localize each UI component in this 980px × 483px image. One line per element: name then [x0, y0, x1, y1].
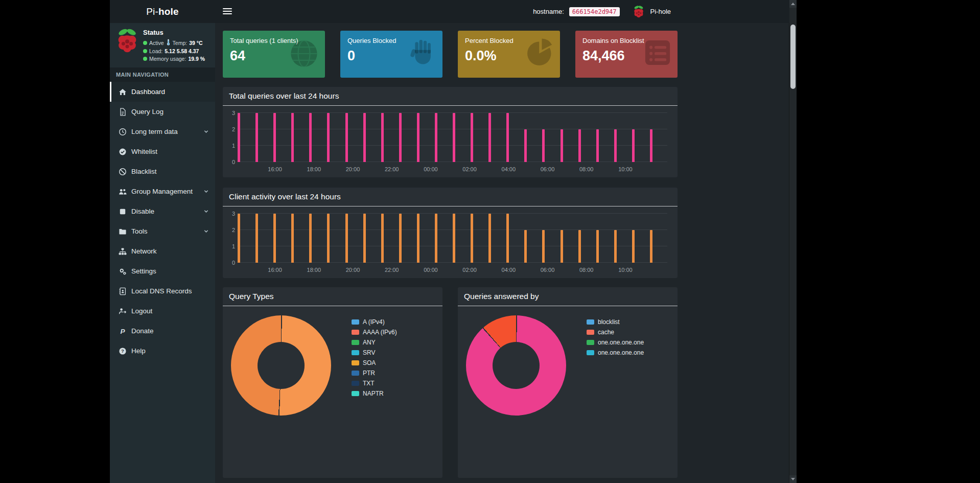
sidebar-link-network[interactable]: Network — [110, 241, 215, 261]
bar — [327, 113, 330, 162]
y-axis: 0123 — [228, 214, 237, 263]
bar — [435, 113, 437, 162]
bar — [309, 113, 312, 162]
bar — [381, 113, 384, 162]
bar — [238, 214, 240, 263]
bar — [327, 214, 330, 263]
legend-item[interactable]: AAAA (IPv6) — [352, 329, 397, 336]
sidebar-link-whitelist[interactable]: Whitelist — [110, 142, 215, 162]
legend-item[interactable]: blocklist — [587, 318, 644, 326]
gridline — [237, 262, 667, 263]
x-tick-label: 06:00 — [541, 166, 555, 172]
scrollbar-thumb[interactable] — [790, 25, 796, 89]
sidebar-item-whitelist: Whitelist — [110, 142, 215, 162]
status-box: Status Active Temp: 39 °C Load: 5.12 5.5… — [110, 23, 215, 67]
memory-label: Memory usage: — [149, 56, 186, 62]
panel-title: Query Types — [223, 287, 442, 306]
sidebar-item-help: ? Help — [110, 341, 215, 361]
legend-item[interactable]: ANY — [352, 339, 397, 346]
scroll-down-button[interactable] — [789, 475, 797, 483]
gridline — [237, 162, 667, 162]
brand-logo[interactable]: Pi-hole — [110, 0, 215, 23]
legend-swatch — [352, 330, 359, 335]
legend-item[interactable]: SOA — [352, 359, 397, 366]
bar — [542, 129, 545, 162]
file-icon — [119, 108, 127, 116]
queries-answered-by-chart[interactable] — [466, 315, 566, 416]
legend-label: one.one.one.one — [598, 339, 644, 346]
home-icon — [119, 88, 127, 96]
legend-item[interactable]: cache — [587, 329, 644, 336]
legend-item[interactable]: one.one.one.one — [587, 339, 644, 346]
legend-item[interactable]: one.one.one.one — [587, 349, 644, 356]
bar — [255, 113, 258, 162]
gridline — [237, 145, 667, 146]
scrollbar[interactable] — [789, 0, 797, 483]
pie-chart-icon — [524, 37, 556, 71]
client-activity-chart[interactable]: 16:0018:0020:0022:0000:0002:0004:0006:00… — [237, 214, 667, 263]
sidebar-link-settings[interactable]: Settings — [110, 261, 215, 281]
legend-item[interactable]: PTR — [352, 370, 397, 377]
legend-label: PTR — [363, 370, 375, 377]
sidebar-item-tools: Tools — [110, 221, 215, 241]
bar — [561, 230, 563, 263]
sidebar-item-label: Help — [131, 347, 146, 355]
x-tick-label: 18:00 — [307, 166, 321, 172]
raspberry-logo-icon — [116, 28, 138, 63]
legend-swatch — [587, 350, 594, 355]
legend-item[interactable]: A (IPv4) — [352, 318, 397, 326]
status-memory-dot — [143, 57, 147, 61]
legend-swatch — [352, 340, 359, 345]
legend-swatch — [587, 330, 594, 335]
sidebar-item-dashboard: Dashboard — [110, 82, 215, 102]
y-tick-label: 0 — [232, 159, 235, 165]
bar — [596, 230, 599, 263]
sidebar-item-disable: Disable — [110, 201, 215, 221]
x-tick-label: 22:00 — [385, 166, 399, 172]
legend-swatch — [352, 381, 359, 386]
panel-client-activity: Client activity over last 24 hours 0123 … — [223, 188, 678, 278]
sidebar-link-dashboard[interactable]: Dashboard — [110, 82, 215, 102]
bar — [381, 214, 384, 263]
sidebar-link-disable[interactable]: Disable — [110, 201, 215, 221]
x-tick-label: 08:00 — [579, 166, 594, 172]
panel-query-types: Query Types A (IPv4)AAAA (IPv6)ANYSRVSOA… — [223, 287, 442, 478]
status-load-dot — [143, 49, 147, 53]
sidebar-link-help[interactable]: ? Help — [110, 341, 215, 361]
legend-label: cache — [598, 329, 614, 336]
scroll-up-button[interactable] — [789, 0, 797, 8]
navbar-app-name: Pi-hole — [650, 8, 671, 15]
legend-item[interactable]: SRV — [352, 349, 397, 356]
legend-item[interactable]: NAPTR — [352, 390, 397, 397]
sidebar-link-long-term-data[interactable]: Long term data — [110, 122, 215, 142]
hostname-label: hostname: — [533, 8, 564, 15]
brand-pi: Pi- — [146, 6, 158, 17]
sidebar-link-donate[interactable]: P Donate — [110, 321, 215, 341]
total-queries-chart[interactable]: 16:0018:0020:0022:0000:0002:0004:0006:00… — [237, 113, 667, 162]
sidebar-link-local-dns-records[interactable]: Local DNS Records — [110, 281, 215, 301]
top-navbar: Pi-hole hostname: 666154e2d947 Pi-hole — [110, 0, 789, 23]
sidebar-toggle-button[interactable] — [223, 8, 232, 15]
bar — [453, 214, 455, 263]
sidebar-link-logout[interactable]: Logout — [110, 301, 215, 321]
sidebar-item-settings: Settings — [110, 261, 215, 281]
sidebar-link-blacklist[interactable]: Blacklist — [110, 162, 215, 181]
main-content: Total queries (1 clients) 64 Queries Blo… — [215, 23, 789, 483]
paypal-icon: P — [119, 327, 127, 335]
gridline — [237, 129, 667, 129]
x-tick-label: 10:00 — [618, 267, 633, 273]
sidebar-link-tools[interactable]: Tools — [110, 221, 215, 241]
bar — [399, 113, 402, 162]
sidebar-link-group-management[interactable]: Group Management — [110, 181, 215, 201]
query-types-chart[interactable] — [231, 315, 331, 416]
chevron-down-icon — [203, 228, 209, 234]
sidebar-link-query-log[interactable]: Query Log — [110, 102, 215, 122]
x-tick-label: 20:00 — [346, 166, 360, 172]
panel-title: Queries answered by — [458, 287, 678, 306]
sidebar-item-label: Tools — [131, 227, 148, 235]
bar — [614, 230, 617, 263]
bar — [255, 214, 258, 263]
legend-item[interactable]: TXT — [352, 380, 397, 387]
ban-icon — [119, 168, 127, 176]
hand-icon — [407, 37, 438, 71]
